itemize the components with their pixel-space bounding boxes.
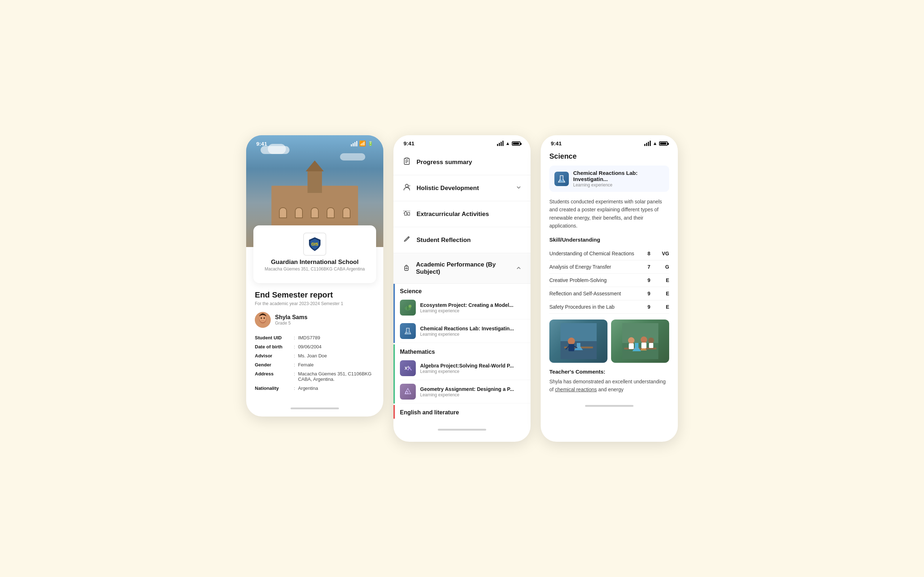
description-text: Students conducted experiments with sola… (549, 198, 669, 230)
wifi-icon-3: ▲ (653, 141, 657, 146)
report-title: End Semester report (255, 290, 375, 300)
svg-line-13 (408, 237, 409, 238)
status-icons-1: 📶 🔋 (351, 140, 373, 147)
ecosystem-info: Ecosystem Project: Creating a Model... L… (420, 302, 513, 313)
skill-score-4: 9 (645, 304, 653, 310)
nationality-value: Argentina (298, 385, 318, 391)
chemical-reactions-item[interactable]: Chemical Reactions Lab: Investigatin... … (400, 319, 531, 343)
svg-point-33 (568, 338, 575, 345)
math-title-row: Mathematics (400, 344, 531, 357)
battery-icon-3 (659, 141, 668, 146)
advisor-value: Ms. Joan Doe (298, 353, 327, 358)
s-bar4 (502, 141, 504, 146)
algebra-item[interactable]: x² Algebra Project:Solving Real-World P.… (400, 357, 531, 380)
svg-point-42 (648, 338, 654, 343)
svg-rect-7 (406, 158, 408, 159)
school-name: Guardian International School (271, 259, 359, 266)
svg-point-4 (261, 318, 262, 319)
svg-point-5 (263, 318, 265, 319)
skill-grade-1: G (659, 264, 669, 270)
menu-item-reflection[interactable]: Student Reflection (393, 227, 531, 253)
lab-card: Chemical Reactions Lab: Investigatin... … (549, 166, 669, 192)
time-display-2: 9:41 (404, 140, 414, 147)
english-title-row: English and literature (400, 405, 531, 419)
screens-container: 9:41 📶 🔋 (246, 135, 678, 442)
svg-point-28 (562, 179, 564, 180)
info-row-uid: Student UID : IMDS7789 (255, 335, 375, 340)
ecosystem-subtitle: Learning experience (420, 308, 513, 313)
skills-heading: Skill/Understanding (549, 237, 669, 243)
d-bar3 (648, 142, 649, 146)
teacher-comments-heading: Teacher's Comments: (549, 369, 669, 375)
bar1 (351, 144, 352, 147)
skill-grade-4: E (659, 304, 669, 310)
academic-label: Academic Performance (By Subject) (416, 261, 515, 276)
skill-grade-0: VG (659, 251, 669, 256)
algebra-thumb: x² (400, 360, 416, 376)
svg-point-40 (641, 337, 647, 343)
address-value: Macacha Güemes 351, C1106BKG CABA, Argen… (298, 371, 375, 382)
lab-type: Learning experience (573, 182, 664, 187)
math-title: Mathematics (400, 349, 435, 355)
student-grade: Grade 5 (275, 321, 307, 326)
svg-text:GIS: GIS (312, 242, 318, 246)
menu-item-left-holistic: Holistic Development (402, 183, 479, 193)
gender-label: Gender (255, 362, 291, 367)
school-address: Macacha Güemes 351, C1106BKG CABA Argent… (265, 266, 365, 272)
s-bar2 (499, 143, 500, 146)
clipboard-icon (402, 157, 412, 167)
menu-item-progress[interactable]: Progress summary (393, 149, 531, 175)
chemical-thumb (400, 323, 416, 339)
svg-rect-34 (569, 344, 574, 351)
battery-icon-1: 🔋 (368, 141, 373, 146)
skill-name-2: Creative Problem-Solving (549, 277, 645, 283)
time-display-3: 9:41 (551, 140, 562, 147)
ecosystem-project-item[interactable]: Ecosystem Project: Creating a Model... L… (400, 296, 531, 319)
uid-label: Student UID (255, 335, 291, 340)
science-subject-block: Science Ecosystem Project: Creating a Mo… (393, 284, 531, 343)
progress-label: Progress summary (417, 159, 472, 166)
teacher-comments-text: Shyla has demonstrated an excellent unde… (549, 377, 669, 394)
address-label: Address (255, 371, 291, 382)
status-bar-3: 9:41 ▲ (541, 135, 678, 147)
svg-point-32 (575, 348, 582, 350)
photo-thumb-2 (611, 319, 669, 363)
menu-item-holistic[interactable]: Holistic Development (393, 175, 531, 201)
info-row-address: Address : Macacha Güemes 351, C1106BKG C… (255, 371, 375, 382)
wifi-icon-2: ▲ (505, 141, 510, 146)
science-title: Science (400, 288, 422, 294)
menu-content: Progress summary Holistic Development (393, 147, 531, 423)
geometry-subtitle: Learning experience (420, 392, 514, 397)
geometry-item[interactable]: Geometry Assignment: Designing a P... Le… (400, 380, 531, 403)
algebra-subtitle: Learning experience (420, 369, 514, 374)
nationality-label: Nationality (255, 385, 291, 391)
home-indicator-2 (438, 429, 486, 430)
report-subtitle: For the academic year 2023-2024 Semester… (255, 301, 375, 306)
menu-item-extracurricular[interactable]: Extracurricular Activities (393, 201, 531, 227)
report-section: End Semester report For the academic yea… (246, 283, 383, 402)
svg-rect-39 (629, 343, 634, 349)
academic-performance-header[interactable]: Academic Performance (By Subject) (393, 253, 531, 284)
info-row-dob: Date of birth : 09/06/2004 (255, 344, 375, 350)
status-bar-2: 9:41 ▲ (393, 135, 531, 147)
algebra-info: Algebra Project:Solving Real-World P... … (420, 363, 514, 374)
svg-point-11 (405, 184, 408, 187)
bar4 (356, 141, 357, 147)
windows-row (275, 207, 354, 218)
chevron-up-icon (515, 265, 522, 272)
skill-row-1: Analysis of Energy Transfer 7 G (549, 260, 669, 274)
student-info: Shyla Sams Grade 5 (275, 314, 307, 326)
signal-bars-2 (497, 141, 504, 146)
svg-point-21 (406, 332, 407, 333)
skill-score-3: 9 (645, 291, 653, 297)
person-icon (402, 183, 412, 193)
phone1-frame: 9:41 📶 🔋 (246, 135, 383, 416)
svg-point-22 (408, 332, 409, 332)
detail-subject-heading: Science (549, 152, 669, 161)
holistic-label: Holistic Development (417, 185, 479, 192)
profile-card: GIS Guardian International School Macach… (254, 226, 376, 283)
guardian-logo-svg: GIS (307, 236, 323, 252)
s-bar3 (501, 142, 502, 146)
signal-bars-3 (644, 141, 651, 146)
student-name: Shyla Sams (275, 314, 307, 321)
